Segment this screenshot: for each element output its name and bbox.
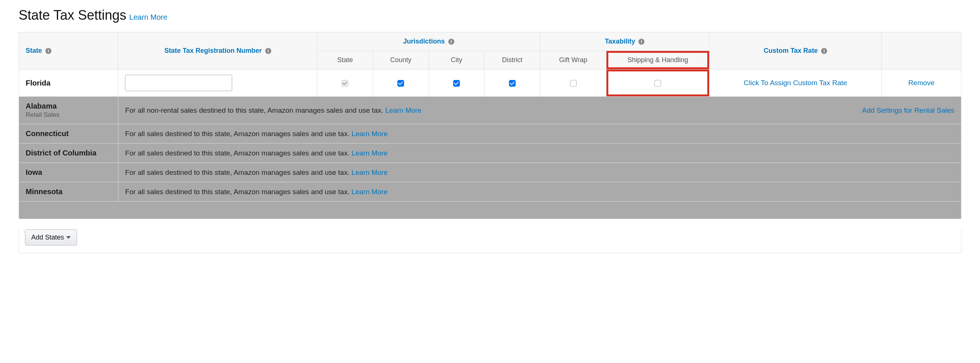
chevron-down-icon (66, 236, 71, 239)
header-state-link[interactable]: State (25, 47, 42, 54)
table-row: IowaFor all sales destined to this state… (19, 163, 961, 182)
managed-desc-text: For all sales destined to this state, Am… (125, 149, 388, 157)
subheader-district: District (484, 51, 540, 70)
managed-desc-text: For all sales destined to this state, Am… (125, 130, 388, 138)
state-subtext: Retail Sales (25, 111, 111, 119)
header-taxability: Taxability i (540, 32, 710, 51)
header-registration: State Tax Registration Number i (118, 32, 317, 70)
info-icon[interactable]: i (448, 39, 454, 44)
learn-more-link[interactable]: Learn More (352, 188, 388, 196)
managed-desc-text: For all non-rental sales destined to thi… (125, 106, 421, 114)
table-row: MinnesotaFor all sales destined to this … (19, 182, 961, 201)
title-row: State Tax Settings Learn More (19, 8, 961, 23)
managed-desc-text: For all sales destined to this state, Am… (125, 168, 388, 177)
shipping-handling-cell (606, 70, 709, 97)
info-icon[interactable]: i (45, 48, 51, 54)
state-name: Iowa (19, 163, 118, 182)
state-name: Minnesota (19, 182, 118, 201)
header-state: State i (19, 32, 118, 70)
header-row: State i State Tax Registration Number i … (19, 32, 961, 51)
table-footer-strip (19, 201, 961, 219)
learn-more-link[interactable]: Learn More (352, 168, 388, 176)
checkbox-state (342, 80, 348, 87)
learn-more-link[interactable]: Learn More (352, 130, 388, 138)
checkbox-district[interactable] (509, 80, 515, 87)
header-custom-rate-link[interactable]: Custom Tax Rate (764, 47, 818, 54)
table-row: ConnecticutFor all sales destined to thi… (19, 124, 961, 144)
header-custom-rate: Custom Tax Rate i (709, 32, 881, 70)
checkbox-gift-wrap[interactable] (570, 80, 577, 87)
state-name: Connecticut (19, 124, 118, 144)
jur-state-cell (317, 70, 373, 97)
subheader-city: City (429, 51, 484, 70)
page: State Tax Settings Learn More State i St… (0, 0, 980, 272)
jur-county-cell (373, 70, 429, 97)
jur-city-cell (429, 70, 484, 97)
table-body: Florida (19, 70, 961, 219)
registration-cell (118, 70, 317, 97)
page-title: State Tax Settings (19, 8, 127, 23)
checkbox-city[interactable] (453, 80, 460, 87)
header-registration-link[interactable]: State Tax Registration Number (164, 47, 262, 54)
header-jurisdictions: Jurisdictions i (317, 32, 540, 51)
managed-desc-text: For all sales destined to this state, Am… (125, 188, 388, 196)
gift-wrap-cell (540, 70, 606, 97)
subheader-county: County (373, 51, 429, 70)
state-name: District of Columbia (19, 144, 118, 163)
table-row: District of ColumbiaFor all sales destin… (19, 144, 961, 163)
remove-state-link[interactable]: Remove (908, 79, 935, 87)
checkbox-shipping-handling[interactable] (654, 80, 661, 87)
info-icon[interactable]: i (821, 48, 827, 54)
managed-description: For all non-rental sales destined to thi… (118, 97, 961, 124)
info-icon[interactable]: i (265, 48, 271, 54)
assign-custom-rate-link[interactable]: Click To Assign Custom Tax Rate (744, 79, 847, 87)
state-name: Florida (19, 70, 118, 97)
subheader-shipping-handling: Shipping & Handling (606, 51, 709, 70)
spacer (19, 201, 961, 219)
learn-more-link[interactable]: Learn More (129, 13, 167, 22)
state-name: AlabamaRetail Sales (19, 97, 118, 124)
header-remove (882, 32, 961, 70)
managed-description: For all sales destined to this state, Am… (118, 163, 961, 182)
managed-description: For all sales destined to this state, Am… (118, 144, 961, 163)
add-states-button[interactable]: Add States (25, 230, 77, 246)
add-rental-settings-link[interactable]: Add Settings for Rental Sales (862, 106, 955, 114)
learn-more-link[interactable]: Learn More (352, 149, 388, 157)
learn-more-link[interactable]: Learn More (385, 106, 422, 114)
managed-description: For all sales destined to this state, Am… (118, 124, 961, 144)
checkbox-county[interactable] (397, 80, 404, 87)
tax-settings-table: State i State Tax Registration Number i … (19, 32, 961, 219)
below-table: Add States (19, 230, 961, 253)
header-taxability-link[interactable]: Taxability (605, 38, 635, 45)
subheader-gift-wrap: Gift Wrap (540, 51, 606, 70)
add-states-label: Add States (31, 233, 64, 241)
managed-description: For all sales destined to this state, Am… (118, 182, 961, 201)
subheader-state: State (317, 51, 373, 70)
info-icon[interactable]: i (638, 39, 644, 44)
remove-cell: Remove (882, 70, 961, 97)
header-jurisdictions-link[interactable]: Jurisdictions (403, 38, 445, 45)
registration-input[interactable] (125, 75, 232, 91)
jur-district-cell (484, 70, 540, 97)
table-row-florida: Florida (19, 70, 961, 97)
table-row: AlabamaRetail SalesFor all non-rental sa… (19, 97, 961, 124)
custom-rate-cell: Click To Assign Custom Tax Rate (709, 70, 881, 97)
